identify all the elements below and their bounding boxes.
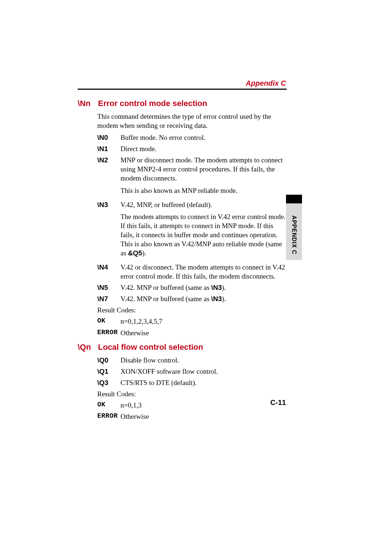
result-desc: Otherwise xyxy=(121,328,287,337)
result-desc: n=0,1,3 xyxy=(121,401,287,410)
text: ). xyxy=(222,284,226,291)
item-desc: CTS/RTS to DTE (default). xyxy=(121,378,287,387)
item-n2: \N2 MNP or disconnect mode. The modem at… xyxy=(97,155,287,198)
item-q3: \Q3 CTS/RTS to DTE (default). xyxy=(97,378,287,387)
result-desc: n=0,1,2,3,4,5,7 xyxy=(121,317,287,326)
item-desc: V.42. MNP or buffered (same as \N3). xyxy=(121,294,287,303)
inline-code: &Q5 xyxy=(128,249,142,257)
item-desc: MNP or disconnect mode. The modem attemp… xyxy=(121,155,287,198)
section-heading-qn: \Qn Local flow control selection xyxy=(78,343,287,352)
text: V.42. MNP or buffered (same as xyxy=(121,284,211,291)
section-cmd: \Qn xyxy=(78,343,93,352)
item-label: \N0 xyxy=(97,133,121,142)
item-desc: Buffer mode. No error control. xyxy=(121,133,287,142)
item-label: \N3 xyxy=(97,200,121,260)
item-label: \N5 xyxy=(97,283,121,292)
result-codes-label: Result Codes: xyxy=(97,305,287,315)
item-label: \Q3 xyxy=(97,378,121,387)
section-intro: This command determines the type of erro… xyxy=(97,112,287,130)
item-desc: Direct mode. xyxy=(121,144,287,153)
side-tab-label: APPENDIX C xyxy=(291,215,297,255)
side-tab: APPENDIX C xyxy=(286,203,302,260)
text: ). xyxy=(222,295,226,303)
item-n4: \N4 V.42 or disconnect. The modem attemp… xyxy=(97,263,287,281)
item-desc-p2: This is also known as MNP reliable mode. xyxy=(121,186,287,195)
header-rule xyxy=(78,89,287,90)
item-n0: \N0 Buffer mode. No error control. xyxy=(97,133,287,142)
running-head: Appendix C xyxy=(246,79,286,88)
page: Appendix C APPENDIX C \Nn Error control … xyxy=(0,0,392,555)
item-desc-p2: The modem attempts to connect in V.42 er… xyxy=(121,212,287,258)
item-q0: \Q0 Disable flow control. xyxy=(97,356,287,365)
result-ok: OK n=0,1,3 xyxy=(97,401,287,410)
item-label: \N1 xyxy=(97,144,121,153)
item-label: \Q0 xyxy=(97,356,121,365)
item-desc: V.42. MNP or buffered (same as \N3). xyxy=(121,283,287,292)
item-n7: \N7 V.42. MNP or buffered (same as \N3). xyxy=(97,294,287,303)
result-error: ERROR Otherwise xyxy=(97,328,287,337)
section-title: Error control mode selection xyxy=(98,99,207,108)
item-desc: Disable flow control. xyxy=(121,356,287,365)
item-n5: \N5 V.42. MNP or buffered (same as \N3). xyxy=(97,283,287,292)
result-code: ERROR xyxy=(97,328,121,337)
item-label: \Q1 xyxy=(97,367,121,376)
result-codes-label: Result Codes: xyxy=(97,389,287,398)
text: V.42. MNP or buffered (same as xyxy=(121,295,211,303)
item-desc-p1: MNP or disconnect mode. The modem attemp… xyxy=(121,155,287,183)
item-label: \N7 xyxy=(97,294,121,303)
result-code: OK xyxy=(97,317,121,326)
item-n3: \N3 V.42, MNP, or buffered (default). Th… xyxy=(97,200,287,260)
content-area: \Nn Error control mode selection This co… xyxy=(78,97,287,423)
inline-code: \N3 xyxy=(211,284,222,291)
page-number: C-11 xyxy=(270,398,286,407)
result-error: ERROR Otherwise xyxy=(97,412,287,421)
item-label: \N2 xyxy=(97,155,121,198)
item-label: \N4 xyxy=(97,263,121,281)
item-q1: \Q1 XON/XOFF software flow control. xyxy=(97,367,287,376)
result-code: OK xyxy=(97,401,121,410)
result-desc: Otherwise xyxy=(121,412,287,421)
section-title: Local flow control selection xyxy=(98,343,203,352)
section-cmd: \Nn xyxy=(78,99,93,108)
inline-code: \N3 xyxy=(211,295,222,303)
result-code: ERROR xyxy=(97,412,121,421)
item-n1: \N1 Direct mode. xyxy=(97,144,287,153)
section-heading-nn: \Nn Error control mode selection xyxy=(78,99,287,108)
item-desc: V.42 or disconnect. The modem attempts t… xyxy=(121,263,287,281)
result-ok: OK n=0,1,2,3,4,5,7 xyxy=(97,317,287,326)
item-desc: V.42, MNP, or buffered (default). The mo… xyxy=(121,200,287,260)
item-desc: XON/XOFF software flow control. xyxy=(121,367,287,376)
item-desc-p1: V.42, MNP, or buffered (default). xyxy=(121,200,287,209)
text: ). xyxy=(142,249,146,257)
